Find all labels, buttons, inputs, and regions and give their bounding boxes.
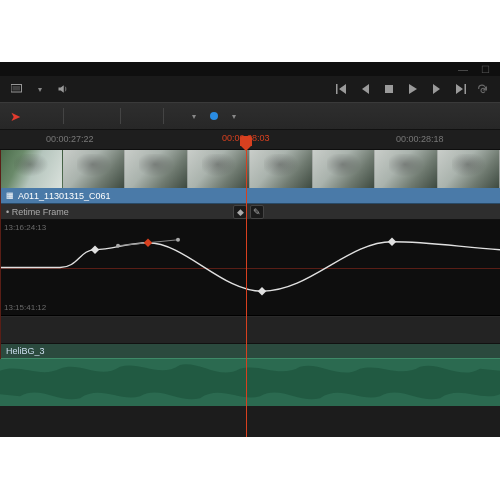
dropdown-caret-icon[interactable]: ▾ (38, 85, 42, 94)
svg-rect-2 (385, 85, 393, 93)
clip-thumbnail (250, 150, 313, 188)
retime-label: • Retime Frame (6, 207, 69, 217)
clip-thumbnail (438, 150, 501, 188)
keyframe-selected[interactable] (144, 239, 152, 247)
flag-dropdown-icon[interactable]: ▾ (192, 112, 196, 121)
ruler-timecode: 00:00:28:18 (396, 134, 444, 144)
in-point-line (0, 150, 1, 359)
audio-clip-name[interactable]: HeliBG_3 (0, 344, 500, 358)
retime-curve-editor[interactable]: 13:16:24:13 13:15:41:12 (0, 220, 500, 316)
bezier-handle-point[interactable] (116, 244, 120, 248)
next-frame-icon[interactable] (430, 82, 444, 96)
stop-icon[interactable] (382, 82, 396, 96)
minimize-icon: — (456, 62, 470, 76)
track-gap (0, 316, 500, 344)
clip-thumbnail (188, 150, 251, 188)
prev-frame-icon[interactable] (358, 82, 372, 96)
clip-lock-icon: ▦ (6, 191, 14, 200)
go-to-start-icon[interactable] (334, 82, 348, 96)
retime-curve-button[interactable]: ✎ (250, 205, 264, 219)
retime-header: • Retime Frame ◆ ✎ (0, 204, 500, 220)
window-titlebar: — ☐ (0, 62, 500, 76)
timeline-empty-area (0, 406, 500, 437)
keyframe[interactable] (258, 287, 266, 295)
play-icon[interactable] (406, 82, 420, 96)
clip-name-bar[interactable]: ▦ A011_11301315_C061 (0, 188, 500, 204)
playhead-handle-icon[interactable] (240, 136, 252, 146)
loop-icon[interactable] (476, 82, 490, 96)
audio-track[interactable] (0, 358, 500, 406)
go-to-end-icon[interactable] (454, 82, 468, 96)
audio-name-label: HeliBG_3 (6, 346, 45, 356)
toolbar-divider (163, 108, 164, 124)
svg-rect-1 (13, 86, 21, 91)
retime-keyframe-button[interactable]: ◆ (233, 205, 247, 219)
clip-thumbnail (0, 150, 63, 188)
edit-toolbar: ➤ ▾ ▾ (0, 102, 500, 130)
clip-thumbnail (63, 150, 126, 188)
playhead[interactable] (246, 144, 247, 437)
toolbar-divider (63, 108, 64, 124)
clip-thumbnail (125, 150, 188, 188)
keyframe[interactable] (91, 245, 99, 253)
video-track[interactable] (0, 150, 500, 188)
clip-thumbnail (375, 150, 438, 188)
clip-thumbnail (313, 150, 376, 188)
ruler-timecode: 00:00:27:22 (46, 134, 94, 144)
volume-icon[interactable] (56, 82, 70, 96)
marker-dropdown-icon[interactable]: ▾ (232, 112, 236, 121)
retime-curve-path[interactable] (0, 242, 500, 291)
selection-tool-icon[interactable]: ➤ (10, 109, 21, 124)
toolbar-divider (120, 108, 121, 124)
bezier-handle-point[interactable] (176, 238, 180, 242)
audio-waveform (0, 359, 500, 406)
display-mode-dropdown[interactable] (10, 82, 24, 96)
marker-color-icon[interactable] (210, 112, 218, 120)
viewer-controls-bar: ▾ (0, 76, 500, 102)
maximize-icon: ☐ (478, 62, 492, 76)
clip-name-label: A011_11301315_C061 (18, 191, 111, 201)
keyframe[interactable] (388, 238, 396, 246)
